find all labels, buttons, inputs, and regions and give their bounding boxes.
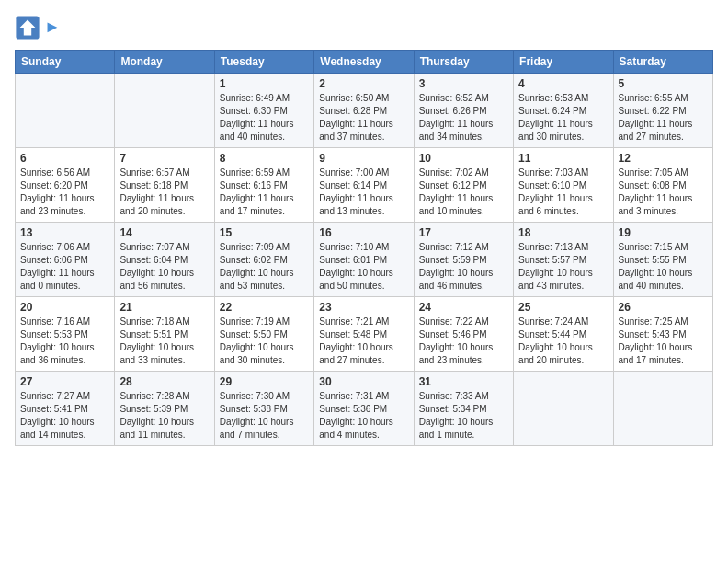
day-number: 22 — [220, 301, 309, 314]
day-number: 20 — [20, 301, 109, 314]
calendar-cell: 3Sunrise: 6:52 AM Sunset: 6:26 PM Daylig… — [414, 74, 513, 148]
day-number: 6 — [20, 152, 109, 165]
calendar-cell: 26Sunrise: 7:25 AM Sunset: 5:43 PM Dayli… — [613, 297, 712, 372]
calendar-cell: 27Sunrise: 7:27 AM Sunset: 5:41 PM Dayli… — [16, 372, 115, 446]
calendar-cell: 19Sunrise: 7:15 AM Sunset: 5:55 PM Dayli… — [613, 223, 712, 297]
weekday-header: Friday — [514, 51, 613, 74]
calendar-cell: 2Sunrise: 6:50 AM Sunset: 6:28 PM Daylig… — [314, 74, 414, 148]
calendar-cell: 15Sunrise: 7:09 AM Sunset: 6:02 PM Dayli… — [214, 223, 313, 297]
calendar-cell — [613, 372, 712, 446]
calendar-cell: 30Sunrise: 7:31 AM Sunset: 5:36 PM Dayli… — [314, 372, 414, 446]
calendar-cell: 23Sunrise: 7:21 AM Sunset: 5:48 PM Dayli… — [314, 297, 414, 372]
weekday-header: Thursday — [414, 51, 513, 74]
day-number: 13 — [20, 226, 109, 239]
day-info: Sunrise: 7:09 AM Sunset: 6:02 PM Dayligh… — [220, 241, 309, 293]
day-number: 19 — [619, 226, 708, 239]
logo-text: ► — [44, 18, 61, 37]
calendar-cell: 4Sunrise: 6:53 AM Sunset: 6:24 PM Daylig… — [514, 74, 613, 148]
day-info: Sunrise: 7:24 AM Sunset: 5:44 PM Dayligh… — [518, 316, 608, 367]
day-number: 11 — [518, 152, 608, 165]
calendar-cell: 11Sunrise: 7:03 AM Sunset: 6:10 PM Dayli… — [514, 148, 613, 223]
calendar-cell: 7Sunrise: 6:57 AM Sunset: 6:18 PM Daylig… — [115, 148, 214, 223]
calendar-cell: 25Sunrise: 7:24 AM Sunset: 5:44 PM Dayli… — [514, 297, 613, 372]
calendar-cell — [16, 74, 115, 148]
calendar-week-row: 20Sunrise: 7:16 AM Sunset: 5:53 PM Dayli… — [16, 297, 713, 372]
day-number: 23 — [319, 301, 408, 314]
day-number: 9 — [319, 152, 408, 165]
weekday-header: Saturday — [613, 51, 712, 74]
day-info: Sunrise: 7:07 AM Sunset: 6:04 PM Dayligh… — [119, 241, 209, 293]
day-info: Sunrise: 6:57 AM Sunset: 6:18 PM Dayligh… — [119, 167, 209, 218]
logo-icon — [15, 15, 40, 40]
day-info: Sunrise: 6:53 AM Sunset: 6:24 PM Dayligh… — [518, 92, 608, 144]
day-info: Sunrise: 7:28 AM Sunset: 5:39 PM Dayligh… — [119, 390, 209, 442]
calendar-cell: 22Sunrise: 7:19 AM Sunset: 5:50 PM Dayli… — [214, 297, 313, 372]
day-info: Sunrise: 7:00 AM Sunset: 6:14 PM Dayligh… — [319, 167, 408, 218]
day-info: Sunrise: 7:13 AM Sunset: 5:57 PM Dayligh… — [518, 241, 608, 293]
day-info: Sunrise: 7:03 AM Sunset: 6:10 PM Dayligh… — [518, 167, 608, 218]
calendar-cell: 31Sunrise: 7:33 AM Sunset: 5:34 PM Dayli… — [414, 372, 513, 446]
day-info: Sunrise: 7:30 AM Sunset: 5:38 PM Dayligh… — [220, 390, 309, 442]
day-info: Sunrise: 7:06 AM Sunset: 6:06 PM Dayligh… — [20, 241, 109, 293]
calendar-cell: 29Sunrise: 7:30 AM Sunset: 5:38 PM Dayli… — [214, 372, 313, 446]
day-number: 29 — [220, 375, 309, 388]
day-number: 12 — [619, 152, 708, 165]
calendar-cell: 28Sunrise: 7:28 AM Sunset: 5:39 PM Dayli… — [115, 372, 214, 446]
calendar-cell: 8Sunrise: 6:59 AM Sunset: 6:16 PM Daylig… — [214, 148, 313, 223]
day-number: 15 — [220, 226, 309, 239]
calendar-cell — [115, 74, 214, 148]
day-number: 28 — [119, 375, 209, 388]
calendar-cell — [514, 372, 613, 446]
calendar-week-row: 6Sunrise: 6:56 AM Sunset: 6:20 PM Daylig… — [16, 148, 713, 223]
weekday-header-row: SundayMondayTuesdayWednesdayThursdayFrid… — [16, 51, 713, 74]
calendar-week-row: 13Sunrise: 7:06 AM Sunset: 6:06 PM Dayli… — [16, 223, 713, 297]
weekday-header: Sunday — [16, 51, 115, 74]
day-number: 16 — [319, 226, 408, 239]
day-info: Sunrise: 7:33 AM Sunset: 5:34 PM Dayligh… — [419, 390, 508, 442]
day-number: 1 — [220, 77, 309, 90]
calendar-table: SundayMondayTuesdayWednesdayThursdayFrid… — [15, 50, 713, 446]
calendar-cell: 12Sunrise: 7:05 AM Sunset: 6:08 PM Dayli… — [613, 148, 712, 223]
day-info: Sunrise: 7:27 AM Sunset: 5:41 PM Dayligh… — [20, 390, 109, 442]
page-header: ► — [15, 15, 713, 40]
weekday-header: Tuesday — [214, 51, 313, 74]
calendar-cell: 10Sunrise: 7:02 AM Sunset: 6:12 PM Dayli… — [414, 148, 513, 223]
day-number: 30 — [319, 375, 408, 388]
day-number: 2 — [319, 77, 408, 90]
day-number: 10 — [419, 152, 508, 165]
day-info: Sunrise: 7:12 AM Sunset: 5:59 PM Dayligh… — [419, 241, 508, 293]
calendar-week-row: 1Sunrise: 6:49 AM Sunset: 6:30 PM Daylig… — [16, 74, 713, 148]
day-number: 5 — [619, 77, 708, 90]
calendar-cell: 18Sunrise: 7:13 AM Sunset: 5:57 PM Dayli… — [514, 223, 613, 297]
calendar-cell: 20Sunrise: 7:16 AM Sunset: 5:53 PM Dayli… — [16, 297, 115, 372]
day-info: Sunrise: 7:19 AM Sunset: 5:50 PM Dayligh… — [220, 316, 309, 367]
day-info: Sunrise: 7:16 AM Sunset: 5:53 PM Dayligh… — [20, 316, 109, 367]
day-number: 4 — [518, 77, 608, 90]
weekday-header: Monday — [115, 51, 214, 74]
calendar-cell: 17Sunrise: 7:12 AM Sunset: 5:59 PM Dayli… — [414, 223, 513, 297]
weekday-header: Wednesday — [314, 51, 414, 74]
day-number: 8 — [220, 152, 309, 165]
day-info: Sunrise: 6:50 AM Sunset: 6:28 PM Dayligh… — [319, 92, 408, 144]
day-number: 31 — [419, 375, 508, 388]
day-number: 17 — [419, 226, 508, 239]
calendar-cell: 13Sunrise: 7:06 AM Sunset: 6:06 PM Dayli… — [16, 223, 115, 297]
logo: ► — [15, 15, 61, 40]
calendar-cell: 14Sunrise: 7:07 AM Sunset: 6:04 PM Dayli… — [115, 223, 214, 297]
day-number: 3 — [419, 77, 508, 90]
day-number: 26 — [619, 301, 708, 314]
day-info: Sunrise: 7:10 AM Sunset: 6:01 PM Dayligh… — [319, 241, 408, 293]
day-number: 7 — [119, 152, 209, 165]
day-info: Sunrise: 6:55 AM Sunset: 6:22 PM Dayligh… — [619, 92, 708, 144]
day-info: Sunrise: 7:02 AM Sunset: 6:12 PM Dayligh… — [419, 167, 508, 218]
day-info: Sunrise: 7:05 AM Sunset: 6:08 PM Dayligh… — [619, 167, 708, 218]
day-info: Sunrise: 7:25 AM Sunset: 5:43 PM Dayligh… — [619, 316, 708, 367]
day-number: 21 — [119, 301, 209, 314]
day-number: 18 — [518, 226, 608, 239]
day-info: Sunrise: 6:56 AM Sunset: 6:20 PM Dayligh… — [20, 167, 109, 218]
day-number: 14 — [119, 226, 209, 239]
day-info: Sunrise: 6:59 AM Sunset: 6:16 PM Dayligh… — [220, 167, 309, 218]
day-info: Sunrise: 7:18 AM Sunset: 5:51 PM Dayligh… — [119, 316, 209, 367]
day-info: Sunrise: 7:21 AM Sunset: 5:48 PM Dayligh… — [319, 316, 408, 367]
calendar-cell: 21Sunrise: 7:18 AM Sunset: 5:51 PM Dayli… — [115, 297, 214, 372]
